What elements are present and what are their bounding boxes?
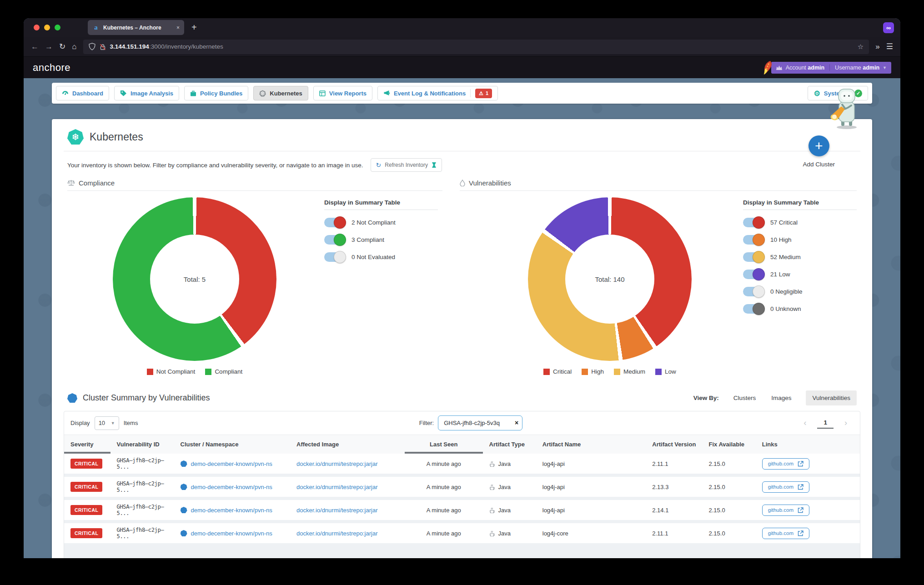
column-affected-image[interactable]: Affected Image: [290, 435, 405, 454]
zoom-window-button[interactable]: [55, 25, 60, 30]
column-links[interactable]: Links: [756, 435, 860, 454]
url-bar[interactable]: 3.144.151.194:3000/inventory/kubernetes …: [83, 40, 869, 54]
toggle-negligible[interactable]: [743, 287, 764, 296]
filter-input[interactable]: [438, 415, 522, 430]
toggle-low[interactable]: [743, 270, 764, 279]
toggle-medium[interactable]: [743, 252, 764, 262]
cluster-icon: [181, 484, 187, 490]
column-artifact-type[interactable]: Artifact Type: [483, 435, 536, 454]
column-severity[interactable]: Severity: [64, 435, 110, 454]
tab-title: Kubernetes – Anchore: [103, 25, 173, 31]
add-cluster-label: Add Cluster: [803, 161, 835, 168]
kubernetes-panel: + Add Cluster Kubernetes Your inventory …: [52, 119, 872, 558]
cluster-link[interactable]: demo-december-known/pvn-ns: [191, 460, 272, 467]
chevron-down-icon[interactable]: ▼: [883, 65, 887, 70]
add-cluster-button[interactable]: +: [808, 135, 829, 156]
nav-policy-bundles-button[interactable]: Policy Bundles: [184, 86, 248, 100]
tab-close-icon[interactable]: ×: [176, 25, 180, 31]
links-cell: github.com: [756, 455, 860, 473]
artifact-name-cell: log4j-core: [536, 526, 646, 540]
home-icon[interactable]: ⌂: [72, 42, 76, 51]
cluster-link[interactable]: demo-december-known/pvn-ns: [191, 530, 272, 537]
overflow-chevrons-icon[interactable]: »: [875, 42, 879, 51]
toggle-row: 21 Low: [743, 270, 857, 279]
browser-tab[interactable]: a Kubernetes – Anchore ×: [88, 20, 184, 35]
back-icon[interactable]: ←: [31, 42, 39, 51]
cluster-link[interactable]: demo-december-known/pvn-ns: [191, 507, 272, 514]
nav-event-log-button[interactable]: Event Log & Notifications ⚠ 1: [377, 86, 498, 100]
github-link-button[interactable]: github.com: [762, 458, 809, 470]
gear-icon: ⚙: [814, 89, 820, 98]
menu-hamburger-icon[interactable]: ☰: [886, 42, 893, 51]
image-link[interactable]: docker.io/dnurmi/testrepo:jarjar: [296, 460, 377, 467]
toggle-row: 52 Medium: [743, 252, 857, 262]
close-window-button[interactable]: [34, 25, 40, 30]
tab-vulnerabilities[interactable]: Vulnerabilities: [806, 390, 857, 405]
next-page-icon[interactable]: ›: [844, 418, 847, 428]
new-tab-button[interactable]: +: [191, 22, 197, 33]
column-fix-available[interactable]: Fix Available: [703, 435, 756, 454]
vulnerabilities-header: Vulnerabilities: [460, 179, 857, 191]
kubernetes-icon: [259, 90, 266, 97]
minimize-window-button[interactable]: [44, 25, 50, 30]
vulnerabilities-donut-chart[interactable]: Total: 140: [528, 197, 692, 361]
cluster-cell: demo-december-known/pvn-ns: [174, 457, 291, 471]
column-artifact-name[interactable]: Artifact Name: [536, 435, 646, 454]
column-last-seen[interactable]: Last Seen: [405, 435, 483, 454]
current-page[interactable]: 1: [817, 417, 834, 429]
reload-icon[interactable]: ↻: [59, 42, 65, 51]
external-link-icon: [798, 530, 803, 536]
page-size-select[interactable]: 10 ▼: [95, 416, 119, 430]
compliance-donut-chart[interactable]: Total: 5: [113, 197, 276, 361]
image-cell: docker.io/dnurmi/testrepo:jarjar: [290, 526, 405, 540]
github-link-button[interactable]: github.com: [762, 528, 809, 539]
toggle-compliant[interactable]: [324, 235, 346, 245]
nav-image-analysis-button[interactable]: Image Analysis: [114, 86, 179, 100]
tracking-shield-icon[interactable]: [89, 43, 95, 50]
refresh-inventory-button[interactable]: ↻ Refresh Inventory: [371, 158, 442, 172]
display-label: Display: [70, 420, 90, 426]
github-link-button[interactable]: github.com: [762, 481, 809, 493]
toggle-high[interactable]: [743, 235, 764, 245]
vulnerability-id-cell: GHSA–jfh8–c2jp–5...: [110, 500, 174, 520]
vulnerabilities-donut-wrap: Total: 140 Critical High Medium Low: [528, 197, 692, 375]
nav-view-reports-button[interactable]: View Reports: [313, 86, 372, 100]
nav-kubernetes-button[interactable]: Kubernetes: [253, 86, 308, 100]
image-cell: docker.io/dnurmi/testrepo:jarjar: [290, 480, 405, 494]
forward-icon[interactable]: →: [45, 42, 53, 51]
github-link-button[interactable]: github.com: [762, 505, 809, 516]
container-infinity-icon[interactable]: ∞: [883, 22, 894, 33]
toggle-critical[interactable]: [743, 218, 764, 227]
nav-dashboard-button[interactable]: Dashboard: [56, 86, 109, 100]
page-title-row: Kubernetes: [64, 126, 860, 151]
column-artifact-version[interactable]: Artifact Version: [646, 435, 702, 454]
artifact-version-cell: 2.14.1: [646, 503, 702, 517]
clear-filter-icon[interactable]: ×: [515, 419, 518, 426]
prev-page-icon[interactable]: ‹: [803, 418, 806, 428]
tab-clusters[interactable]: Clusters: [733, 390, 757, 405]
toggle-not-evaluated[interactable]: [324, 252, 346, 262]
column-vulnerability-id[interactable]: Vulnerability ID: [110, 435, 174, 454]
toggle-unknown[interactable]: [743, 304, 764, 314]
refresh-icon: ↻: [376, 161, 382, 169]
image-link[interactable]: docker.io/dnurmi/testrepo:jarjar: [296, 507, 377, 514]
tab-images[interactable]: Images: [770, 390, 792, 405]
legend-item: Critical: [543, 368, 572, 375]
cluster-link[interactable]: demo-december-known/pvn-ns: [191, 484, 272, 490]
account-badge[interactable]: Account admin Username admin ▼: [771, 62, 891, 74]
insecure-lock-icon[interactable]: [100, 43, 106, 50]
image-link[interactable]: docker.io/dnurmi/testrepo:jarjar: [296, 484, 377, 490]
image-link[interactable]: docker.io/dnurmi/testrepo:jarjar: [296, 530, 377, 537]
cluster-icon: [181, 530, 187, 536]
report-icon: [319, 90, 326, 96]
column-cluster-namespace[interactable]: Cluster / Namespace: [174, 435, 291, 454]
bookmark-star-icon[interactable]: ☆: [858, 43, 864, 51]
severity-badge: CRITICAL: [70, 528, 102, 538]
table-controls: Display 10 ▼ Items Filter: × ‹: [64, 411, 860, 435]
url-text: 3.144.151.194:3000/inventory/kubernetes: [110, 43, 223, 50]
cluster-cell: demo-december-known/pvn-ns: [174, 503, 291, 517]
warning-icon: ⚠: [479, 90, 483, 96]
fix-available-cell: 2.15.0: [703, 457, 756, 471]
artifact-type-cell: Java: [483, 503, 536, 517]
toggle-not-compliant[interactable]: [324, 218, 346, 227]
